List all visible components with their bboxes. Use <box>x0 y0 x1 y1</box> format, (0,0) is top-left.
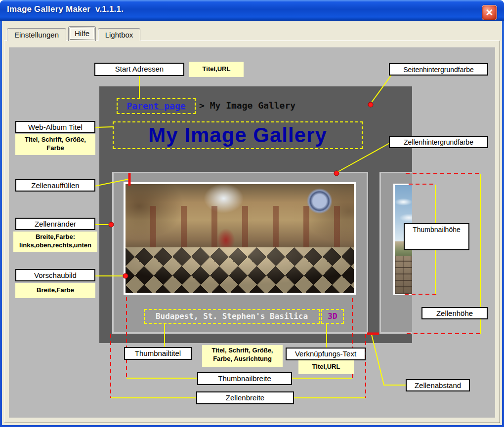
gallery-cell-partial <box>379 172 412 334</box>
note-start-adressen-params: Titel,URL <box>189 62 244 77</box>
tab-hilfe[interactable]: Hilfe <box>68 26 96 41</box>
tab-einstellungen[interactable]: Einstellungen <box>7 28 66 41</box>
panorama-thumbnail <box>124 182 356 295</box>
gallery-page-preview: Parent page > My Image Gallery My Image … <box>99 86 412 343</box>
label-thumbnailtitel: Thumbnailtitel <box>124 347 192 360</box>
app-window: Image Gallery Maker v.1.1.1. ✕ Einstellu… <box>0 0 504 427</box>
label-thumbnailbreite: Thumbnailbreite <box>197 372 292 385</box>
album-title: My Image Gallery <box>148 123 327 147</box>
note-verknuepfungs-text-params: Titel,URL <box>298 360 354 374</box>
label-zellenraender: Zellenränder <box>15 218 95 230</box>
label-start-adressen: Start Adressen <box>94 63 184 76</box>
link-text-highlight-box: 3D <box>321 309 344 324</box>
label-verknuepfungs-text: Verknüpfungs-Text <box>286 348 366 360</box>
tab-lightbox[interactable]: Lightbox <box>98 28 140 41</box>
link-3d: 3D <box>328 311 337 321</box>
label-zellenhintergrundfarbe: Zellenhintergrundfarbe <box>389 136 488 148</box>
label-zellenauffuellen: Zellenauffüllen <box>15 179 95 192</box>
thumbnail-title: Budapest, St. Stephen's Basilica <box>156 311 308 321</box>
title-bar: Image Gallery Maker v.1.1.1. ✕ <box>0 0 504 21</box>
breadcrumb-highlight-box: Parent page <box>117 98 196 114</box>
panorama-image <box>126 184 354 293</box>
note-vorschaubild-params: Breite,Farbe <box>15 283 95 298</box>
breadcrumb-parent-link: Parent page <box>126 101 185 111</box>
thumbnail-title-highlight-box: Budapest, St. Stephen's Basilica <box>144 309 320 324</box>
label-web-album-titel: Web-Album Titel <box>15 121 95 133</box>
label-zellenhoehe: Zellenhöhe <box>421 307 488 319</box>
label-vorschaubild: Vorschaubild <box>15 269 95 281</box>
close-icon: ✕ <box>486 7 494 18</box>
panorama-columns <box>126 206 354 247</box>
panorama-floor <box>126 247 354 293</box>
label-zellenabstand: Zellenabstand <box>406 379 470 391</box>
close-button[interactable]: ✕ <box>482 5 497 20</box>
note-web-album-titel-params: Titel, Schrift, Größe, Farbe <box>15 134 95 155</box>
gallery-cell: Budapest, St. Stephen's Basilica 3D <box>112 172 368 334</box>
label-seitenhintergrundfarbe: Seitenhintergrundfarbe <box>389 63 488 76</box>
note-zellenraender-params: Breite,Farbe: links,oben,rechts,unten <box>13 232 97 252</box>
window-title: Image Gallery Maker v.1.1.1. <box>7 4 124 14</box>
thumb-stone-wall <box>395 256 412 294</box>
album-title-highlight-box: My Image Gallery <box>113 121 363 149</box>
breadcrumb-current: > My Image Gallery <box>199 100 295 111</box>
label-zellenbreite: Zellenbreite <box>196 391 294 404</box>
label-thumbnailhoehe: Thumbnailhöhe <box>404 223 469 250</box>
note-thumbnailtitel-params: Titel, Schrift, Größe, Farbe, Ausrichtun… <box>202 345 283 367</box>
